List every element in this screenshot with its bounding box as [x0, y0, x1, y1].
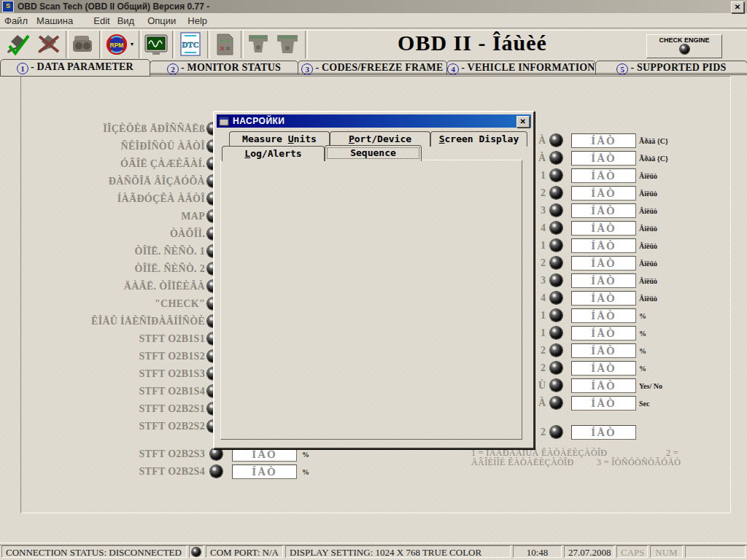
- menu-item-4[interactable]: Вид: [117, 13, 135, 28]
- param-label: STFT O2B2S3: [22, 448, 205, 460]
- page-title: OBD II - Îáùèé: [394, 31, 551, 55]
- param-led-icon: [550, 134, 562, 147]
- param-label: ÒÎÏË. ÑÈÑÒ. 2: [22, 263, 205, 275]
- param-unit: Sec: [639, 400, 649, 408]
- status-led-cell: [189, 545, 204, 558]
- tab-sequence[interactable]: Sequence: [325, 145, 422, 161]
- param-label: "CHECK": [22, 298, 205, 310]
- chip-card-icon: [213, 32, 236, 57]
- param-led-icon: [550, 222, 562, 234]
- tab-label: - MONITOR STATUS: [181, 62, 281, 73]
- param-label: MAP: [22, 211, 205, 222]
- param-label: ÄÀÂË. ÒÎÏËÈÂÀ: [22, 281, 205, 292]
- param-unit: Âîëüò: [639, 260, 657, 268]
- app-window: { "window": { "title": "OBD Scan Tech (O…: [0, 0, 747, 560]
- status-empty-cell: [685, 545, 746, 558]
- dialog-close-button[interactable]: ✕: [516, 116, 530, 128]
- param-label: STFT O2B1S4: [22, 386, 205, 397]
- menu-item-3[interactable]: Edit: [93, 13, 109, 28]
- menu-bar: ФайлМашинаEditВидОпцииHelp: [0, 13, 747, 28]
- param-led-icon: [550, 274, 562, 287]
- scan-tech-logo-icon: S: [2, 1, 14, 12]
- tab-measure-units[interactable]: Measure Units: [229, 131, 330, 147]
- param-value-box: ÍÅÒ: [571, 396, 636, 411]
- window-titlebar[interactable]: S OBD Scan Tech (OBD II Общий) Версия 0.…: [0, 0, 747, 13]
- param-value-box: ÍÅÒ: [571, 326, 636, 341]
- param-unit: Âîëüò: [639, 190, 657, 198]
- menu-item-2[interactable]: Машина: [36, 13, 73, 28]
- param-unit: Ãðàä {C}: [639, 155, 668, 163]
- footnote-line2: ÄÂÎÉÍÎÉ ÊÀÒÀËÈÇÀÒÎÐ 3 = ÎÒÑÓÒÑÒÂÓÅÒ: [471, 457, 681, 468]
- connector-a-button[interactable]: [244, 31, 273, 58]
- menu-item-1[interactable]: Файл: [4, 13, 28, 28]
- param-led-icon: [550, 187, 562, 199]
- param-unit: %: [302, 468, 309, 476]
- param-led-icon: [550, 239, 562, 252]
- param-led-icon: [210, 465, 222, 478]
- param-value-box: ÍÅÒ: [232, 464, 297, 479]
- check-engine-indicator: CHECK ENGINE: [646, 34, 722, 58]
- param-unit: %: [639, 330, 646, 338]
- status-connection: CONNECTION STATUS: DISCONNECTED: [1, 545, 187, 558]
- status-caps: CAPS: [616, 545, 648, 558]
- tab-label: - CODES/FREEZE FRAME: [315, 62, 443, 73]
- param-label: ÐÀÑÕÎÄ ÂÎÇÄÓÕÀ: [22, 176, 205, 187]
- param-led-icon: [550, 257, 562, 269]
- dialog-titlebar[interactable]: НАСРОЙКИ ✕: [217, 114, 531, 128]
- status-num: NUM: [650, 545, 683, 558]
- sequence-tab-page: [220, 160, 522, 440]
- connect-icon: [5, 32, 31, 57]
- main-tab-1[interactable]: 1- DATA PARAMETER: [0, 59, 150, 77]
- tab-label: - DATA PARAMETER: [31, 61, 133, 72]
- param-value-box: ÍÅÒ: [571, 238, 636, 253]
- rpm-dropdown-arrow[interactable]: ▼: [130, 42, 135, 47]
- param-led-icon: [550, 397, 562, 409]
- param-label: ÒÎÏË. ÑÈÑÒ. 1: [22, 246, 205, 257]
- dialog-window-icon: [219, 117, 229, 126]
- oscilloscope-icon: [143, 32, 169, 57]
- param-led-icon: [550, 344, 562, 357]
- param-value-box: ÍÅÒ: [571, 361, 636, 376]
- dtc-button[interactable]: DTC: [175, 31, 206, 58]
- param-label: STFT O2B1S3: [22, 368, 205, 380]
- record-button[interactable]: [69, 31, 98, 58]
- param-value-box: ÍÅÒ: [571, 425, 636, 440]
- param-led-icon: [550, 292, 562, 304]
- param-label: STFT O2B1S1: [22, 333, 205, 345]
- param-unit: %: [639, 312, 646, 320]
- param-unit: Âîëüò: [639, 225, 657, 233]
- window-close-button[interactable]: ✕: [731, 1, 744, 13]
- param-label: ÒÀÕÎÌ.: [22, 228, 205, 240]
- param-led-icon: [210, 448, 222, 460]
- param-value-box: ÍÅÒ: [571, 203, 636, 218]
- tab-log-alerts[interactable]: Log/Alerts: [222, 146, 325, 161]
- param-led-icon: [550, 169, 562, 182]
- oscilloscope-button[interactable]: [142, 31, 171, 58]
- param-unit: Âîëüò: [639, 277, 657, 285]
- window-title: OBD Scan Tech (OBD II Общий) Версия 0.77…: [18, 1, 209, 12]
- tab-label: - SUPPORTED PIDS: [630, 62, 726, 73]
- param-led-icon: [550, 309, 562, 322]
- chip-card-button[interactable]: [210, 31, 239, 58]
- tab-screen-display[interactable]: Screen Display: [430, 131, 527, 147]
- record-icon: [71, 33, 96, 56]
- toolbar-separator: [305, 31, 308, 58]
- check-engine-lamp-icon: [680, 44, 689, 54]
- rpm-button[interactable]: RPM ▼: [102, 31, 137, 58]
- disconnect-button[interactable]: [34, 31, 64, 58]
- connect-button[interactable]: [3, 31, 34, 58]
- svg-text:DTC: DTC: [182, 40, 198, 49]
- param-unit: Âîëüò: [639, 172, 657, 180]
- param-value-box: ÍÅÒ: [571, 378, 636, 393]
- menu-item-6[interactable]: Help: [187, 13, 207, 28]
- connector-b-icon: [275, 32, 300, 57]
- tab-port-device[interactable]: Port/Device: [330, 131, 430, 147]
- param-led-icon: [550, 204, 562, 217]
- param-value-box: ÍÅÒ: [232, 447, 297, 462]
- param-led-icon: [550, 379, 562, 392]
- menu-item-5[interactable]: Опции: [147, 13, 176, 28]
- connector-b-button[interactable]: [273, 31, 302, 58]
- status-com-port: COM PORT: N/A: [206, 545, 283, 558]
- param-value-box: ÍÅÒ: [571, 186, 636, 201]
- check-engine-label: CHECK ENGINE: [647, 36, 721, 44]
